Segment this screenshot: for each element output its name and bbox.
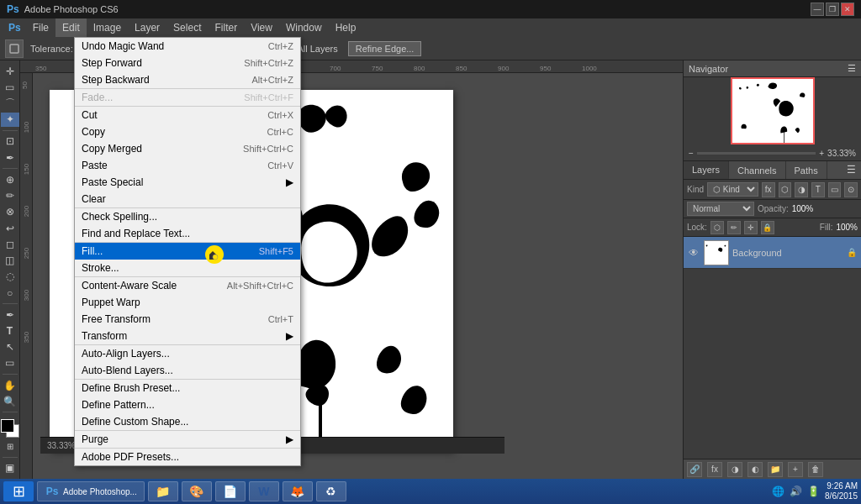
taskbar-notepad[interactable]: 📄 [215,481,246,501]
menu-undo[interactable]: Undo Magic Wand Ctrl+Z [75,38,300,55]
zoom-minus-icon[interactable]: − [689,149,694,158]
path-selection-tool[interactable]: ↖ [1,340,19,354]
move-tool[interactable]: ✛ [1,64,19,78]
healing-tool[interactable]: ⊕ [1,172,19,186]
menu-free-transform[interactable]: Free Transform Ctrl+T [75,311,300,328]
tab-channels[interactable]: Channels [729,161,785,179]
menu-fade[interactable]: Fade... Shift+Ctrl+F [75,89,300,106]
menu-stroke[interactable]: Stroke... [75,260,300,276]
blend-mode-select[interactable]: Normal [687,202,754,216]
adjust-icon[interactable]: ◑ [795,182,808,197]
menu-paste-special[interactable]: Paste Special ▶ [75,174,300,191]
smart-icon[interactable]: ⊙ [844,182,858,197]
menu-step-backward[interactable]: Step Backward Alt+Ctrl+Z [75,71,300,88]
layer-row-background[interactable]: 👁 Background 🔒 [684,237,861,269]
zoom-plus-icon[interactable]: + [819,149,824,158]
history-tool[interactable]: ↩ [1,221,19,235]
lasso-tool[interactable]: ⌒ [1,97,19,111]
menu-window[interactable]: Window [279,18,329,37]
menu-edit[interactable]: Edit [55,18,87,37]
menu-fill[interactable]: Fill... Shift+F5 [75,243,300,260]
menu-step-forward[interactable]: Step Forward Shift+Ctrl+Z [75,55,300,71]
menu-help[interactable]: Help [329,18,363,37]
brush-tool[interactable]: ✏ [1,188,19,202]
menu-filter[interactable]: Filter [208,18,244,37]
magic-wand-tool[interactable]: ✦ [1,113,19,127]
lock-move-icon[interactable]: ✛ [744,221,758,234]
minimize-button[interactable]: — [811,3,824,16]
navigator-options-icon[interactable]: ☰ [848,63,856,74]
lock-transparent-icon[interactable]: ⬡ [710,221,724,234]
layer-visibility-icon[interactable]: 👁 [687,246,700,260]
zoom-tool[interactable]: 🔍 [1,394,19,408]
title-bar-controls[interactable]: — ❐ ✕ [811,3,854,16]
panel-menu-icon[interactable]: ☰ [842,161,861,179]
close-button[interactable]: ✕ [841,3,854,16]
menu-file[interactable]: File [26,18,55,37]
menu-cut[interactable]: Cut Ctrl+X [75,107,300,123]
menu-transform[interactable]: Transform ▶ [75,328,300,344]
kind-select[interactable]: ⬡ Kind [707,182,758,197]
menu-find-replace[interactable]: Find and Replace Text... [75,225,300,242]
zoom-slider[interactable] [697,152,816,155]
menu-paste[interactable]: Paste Ctrl+V [75,157,300,174]
taskbar-paint[interactable]: 🎨 [182,481,212,501]
taskbar-firefox[interactable]: 🦊 [283,481,313,501]
menu-ps[interactable]: Ps [3,18,26,37]
marquee-tool[interactable]: ▭ [1,80,19,94]
start-button[interactable]: ⊞ [3,481,34,501]
adjustment-button[interactable]: ◐ [747,462,763,477]
screen-mode-tool[interactable]: ▣ [1,461,19,475]
clone-tool[interactable]: ⊗ [1,205,19,219]
system-clock[interactable]: 9:26 AM 8/6/2015 [825,481,858,501]
menu-image[interactable]: Image [87,18,128,37]
menu-auto-blend[interactable]: Auto-Blend Layers... [75,362,300,379]
menu-copy[interactable]: Copy Ctrl+C [75,123,300,140]
menu-define-shape[interactable]: Define Custom Shape... [75,413,300,430]
pixel-icon[interactable]: ⬡ [779,182,792,197]
fx-button[interactable]: fx [707,462,722,477]
gradient-tool[interactable]: ◫ [1,253,19,267]
refine-edge-button[interactable]: Refine Edge... [348,41,422,56]
text-tool[interactable]: T [1,323,19,338]
mask-button[interactable]: ◑ [727,462,742,477]
pen-tool[interactable]: ✒ [1,307,19,322]
link-layers-button[interactable]: 🔗 [687,462,702,477]
group-button[interactable]: 📁 [768,462,783,477]
fx-icon[interactable]: fx [762,182,775,197]
menu-content-aware-scale[interactable]: Content-Aware Scale Alt+Shift+Ctrl+C [75,277,300,294]
menu-define-brush[interactable]: Define Brush Preset... [75,380,300,396]
menu-define-pattern[interactable]: Define Pattern... [75,396,300,413]
crop-tool[interactable]: ⊡ [1,134,19,149]
maximize-button[interactable]: ❐ [826,3,839,16]
menu-purge[interactable]: Purge ▶ [75,431,300,448]
menu-clear[interactable]: Clear [75,191,300,207]
dodge-tool[interactable]: ○ [1,286,19,300]
taskbar-word[interactable]: W [249,481,279,501]
tab-paths[interactable]: Paths [786,161,827,179]
lock-paint-icon[interactable]: ✏ [727,221,741,234]
menu-adobe-pdf-presets[interactable]: Adobe PDF Presets... [75,449,300,465]
eraser-tool[interactable]: ◻ [1,237,19,251]
menu-view[interactable]: View [244,18,279,37]
taskbar-explorer[interactable]: 📁 [148,481,178,501]
menu-puppet-warp[interactable]: Puppet Warp [75,294,300,311]
taskbar-photoshop[interactable]: Ps Adobe Photoshop... [37,481,145,501]
taskbar-recycle[interactable]: ♻ [316,481,346,501]
shape-icon[interactable]: ▭ [828,182,842,197]
tool-preset-btn[interactable] [5,39,24,58]
blur-tool[interactable]: ◌ [1,270,19,284]
eyedropper-tool[interactable]: ✒ [1,150,19,165]
type-icon[interactable]: T [811,182,825,197]
menu-select[interactable]: Select [166,18,208,37]
tab-layers[interactable]: Layers [684,161,729,179]
hand-tool[interactable]: ✋ [1,378,19,392]
menu-check-spelling[interactable]: Check Spelling... [75,208,300,225]
quick-mask-tool[interactable]: ⊞ [1,438,19,453]
shape-tool[interactable]: ▭ [1,356,19,370]
lock-all-icon[interactable]: 🔒 [761,221,774,234]
foreground-color[interactable] [1,419,14,433]
menu-layer[interactable]: Layer [128,18,166,37]
new-layer-button[interactable]: + [788,462,803,477]
delete-layer-button[interactable]: 🗑 [808,462,823,477]
